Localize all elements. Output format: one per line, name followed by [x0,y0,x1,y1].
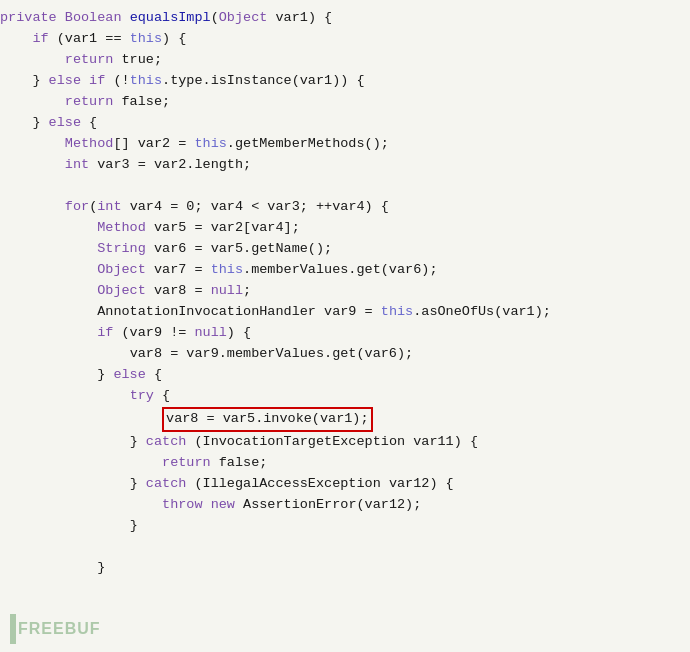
code-line: } else { [0,365,690,386]
code-line: if (var9 != null) { [0,323,690,344]
code-line: } [0,558,690,579]
code-line [0,176,690,197]
code-line: var8 = var9.memberValues.get(var6); [0,344,690,365]
code-line: private Boolean equalsImpl(Object var1) … [0,8,690,29]
code-line: } else if (!this.type.isInstance(var1)) … [0,71,690,92]
code-line: throw new AssertionError(var12); [0,495,690,516]
code-line: if (var1 == this) { [0,29,690,50]
code-line: var8 = var5.invoke(var1); [0,407,690,432]
code-container: private Boolean equalsImpl(Object var1) … [0,0,690,652]
code-line: return false; [0,453,690,474]
code-line: } else { [0,113,690,134]
code-line: int var3 = var2.length; [0,155,690,176]
code-line: return true; [0,50,690,71]
code-line: for(int var4 = 0; var4 < var3; ++var4) { [0,197,690,218]
code-line: Object var8 = null; [0,281,690,302]
code-line: Method var5 = var2[var4]; [0,218,690,239]
watermark: FREEBUF [10,614,101,644]
code-line: } [0,516,690,537]
code-line: return false; [0,92,690,113]
code-line: String var6 = var5.getName(); [0,239,690,260]
code-line: Method[] var2 = this.getMemberMethods(); [0,134,690,155]
code-line: try { [0,386,690,407]
code-line: } catch (IllegalAccessException var12) { [0,474,690,495]
code-line: } catch (InvocationTargetException var11… [0,432,690,453]
code-line [0,537,690,558]
code-line: AnnotationInvocationHandler var9 = this.… [0,302,690,323]
code-line: Object var7 = this.memberValues.get(var6… [0,260,690,281]
